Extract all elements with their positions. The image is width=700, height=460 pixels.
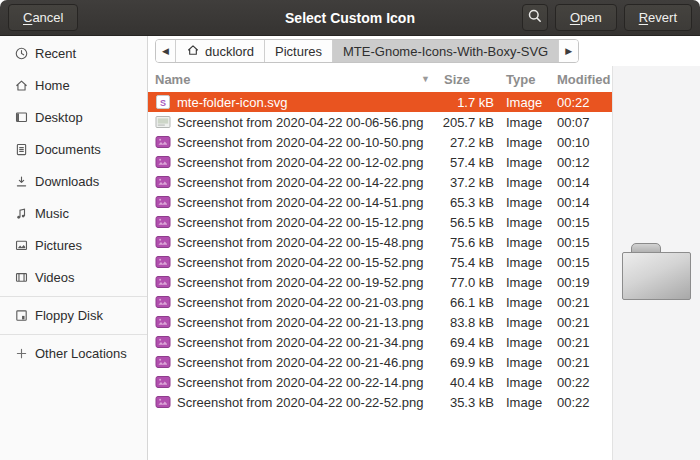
file-size: 77.0 kB [436, 275, 498, 290]
search-button[interactable] [522, 4, 548, 31]
file-type: Image [498, 375, 550, 390]
file-modified: 00:22 [550, 395, 612, 410]
image-thumb-magenta-icon [155, 294, 171, 310]
breadcrumb-label: ducklord [205, 44, 254, 59]
sidebar-item-documents[interactable]: Documents [0, 136, 147, 162]
main-area: ◀ ducklord Pictures MTE-G [148, 36, 700, 460]
column-header-name[interactable]: Name ▼ [148, 72, 436, 87]
table-row[interactable]: Screenshot from 2020-04-22 00-21-13.png … [148, 312, 612, 332]
picture-icon [13, 237, 29, 253]
file-size: 205.7 kB [436, 115, 498, 130]
table-row[interactable]: Screenshot from 2020-04-22 00-21-03.png … [148, 292, 612, 312]
dialog-body: Recent Home Desktop Documents Downloads … [0, 36, 700, 460]
file-modified: 00:22 [550, 95, 612, 110]
file-type: Image [498, 235, 550, 250]
cancel-button[interactable]: Cancel [8, 4, 78, 31]
chevron-right-icon: ▶ [565, 46, 572, 56]
file-name: Screenshot from 2020-04-22 00-21-34.png [177, 335, 423, 350]
sidebar-item-label: Desktop [35, 110, 83, 125]
table-row[interactable]: Screenshot from 2020-04-22 00-22-14.png … [148, 372, 612, 392]
file-size: 69.9 kB [436, 355, 498, 370]
headerbar-actions: Open Revert [522, 4, 692, 31]
table-row[interactable]: Screenshot from 2020-04-22 00-12-02.png … [148, 152, 612, 172]
breadcrumb-current-folder[interactable]: MTE-Gnome-Icons-With-Boxy-SVG [333, 40, 559, 62]
table-row[interactable]: Screenshot from 2020-04-22 00-21-34.png … [148, 332, 612, 352]
file-modified: 00:21 [550, 295, 612, 310]
image-thumb-magenta-icon [155, 174, 171, 190]
sidebar-item-videos[interactable]: Videos [0, 264, 147, 290]
sidebar-item-desktop[interactable]: Desktop [0, 104, 147, 130]
back-button[interactable]: ◀ [156, 40, 176, 62]
file-size: 75.4 kB [436, 255, 498, 270]
column-header-modified[interactable]: Modified [550, 72, 612, 87]
table-row[interactable]: Screenshot from 2020-04-22 00-10-50.png … [148, 132, 612, 152]
breadcrumb-home[interactable]: ducklord [176, 40, 265, 62]
file-name: mte-folder-icon.svg [177, 95, 288, 110]
sidebar-item-other-locations[interactable]: Other Locations [0, 340, 147, 366]
image-thumb-magenta-icon [155, 394, 171, 410]
column-header-size[interactable]: Size [436, 72, 498, 87]
file-type: Image [498, 335, 550, 350]
breadcrumb-label: Pictures [275, 44, 322, 59]
image-thumb-magenta-icon [155, 154, 171, 170]
file-name: Screenshot from 2020-04-22 00-06-56.png [177, 115, 423, 130]
file-type: Image [498, 295, 550, 310]
sidebar-item-label: Music [35, 206, 69, 221]
sidebar-item-label: Floppy Disk [35, 308, 103, 323]
table-row[interactable]: Screenshot from 2020-04-22 00-22-52.png … [148, 392, 612, 412]
table-row[interactable]: Screenshot from 2020-04-22 00-15-48.png … [148, 232, 612, 252]
sort-descending-icon: ▼ [421, 74, 430, 84]
svg-text:S: S [160, 98, 166, 108]
file-list-column: Name ▼ Size Type Modified S mte-folder-i… [148, 66, 612, 460]
table-row[interactable]: Screenshot from 2020-04-22 00-06-56.png … [148, 112, 612, 132]
clock-icon [13, 45, 29, 61]
table-row[interactable]: Screenshot from 2020-04-22 00-14-22.png … [148, 172, 612, 192]
file-size: 66.1 kB [436, 295, 498, 310]
file-name: Screenshot from 2020-04-22 00-14-51.png [177, 195, 423, 210]
breadcrumb-pictures[interactable]: Pictures [265, 40, 333, 62]
table-row[interactable]: Screenshot from 2020-04-22 00-14-51.png … [148, 192, 612, 212]
film-icon [13, 269, 29, 285]
file-name: Screenshot from 2020-04-22 00-22-52.png [177, 395, 423, 410]
file-name: Screenshot from 2020-04-22 00-21-13.png [177, 315, 423, 330]
sidebar-item-music[interactable]: Music [0, 200, 147, 226]
file-name: Screenshot from 2020-04-22 00-12-02.png [177, 155, 423, 170]
forward-button[interactable]: ▶ [559, 40, 578, 62]
headerbar: Cancel Select Custom Icon Open Revert [0, 0, 700, 36]
file-size: 65.3 kB [436, 195, 498, 210]
revert-button[interactable]: Revert [624, 4, 692, 31]
file-size: 1.7 kB [436, 95, 498, 110]
file-modified: 00:15 [550, 235, 612, 250]
file-list: S mte-folder-icon.svg 1.7 kB Image 00:22… [148, 92, 612, 460]
file-modified: 00:21 [550, 355, 612, 370]
table-row[interactable]: S mte-folder-icon.svg 1.7 kB Image 00:22 [148, 92, 612, 112]
image-thumb-magenta-icon [155, 194, 171, 210]
sidebar-item-floppy-disk[interactable]: Floppy Disk [0, 302, 147, 328]
open-button[interactable]: Open [555, 4, 617, 31]
column-header-type[interactable]: Type [498, 72, 550, 87]
table-row[interactable]: Screenshot from 2020-04-22 00-19-52.png … [148, 272, 612, 292]
sidebar-item-label: Other Locations [35, 346, 127, 361]
content-row: Name ▼ Size Type Modified S mte-folder-i… [148, 66, 700, 460]
sidebar-separator [0, 334, 147, 335]
image-thumb-magenta-icon [155, 374, 171, 390]
file-modified: 00:22 [550, 375, 612, 390]
table-row[interactable]: Screenshot from 2020-04-22 00-15-12.png … [148, 212, 612, 232]
sidebar-item-downloads[interactable]: Downloads [0, 168, 147, 194]
chevron-left-icon: ◀ [162, 46, 169, 56]
image-thumb-gray-icon [155, 114, 171, 130]
sidebar-item-home[interactable]: Home [0, 72, 147, 98]
table-row[interactable]: Screenshot from 2020-04-22 00-21-46.png … [148, 352, 612, 372]
music-note-icon [13, 205, 29, 221]
file-modified: 00:14 [550, 195, 612, 210]
file-modified: 00:21 [550, 315, 612, 330]
sidebar-item-pictures[interactable]: Pictures [0, 232, 147, 258]
file-name: Screenshot from 2020-04-22 00-21-03.png [177, 295, 423, 310]
preview-pane [612, 66, 700, 460]
sidebar-item-recent[interactable]: Recent [0, 40, 147, 66]
document-icon [13, 141, 29, 157]
table-row[interactable]: Screenshot from 2020-04-22 00-15-52.png … [148, 252, 612, 272]
file-modified: 00:21 [550, 335, 612, 350]
search-icon [527, 8, 543, 27]
list-column-headers: Name ▼ Size Type Modified [148, 66, 612, 92]
